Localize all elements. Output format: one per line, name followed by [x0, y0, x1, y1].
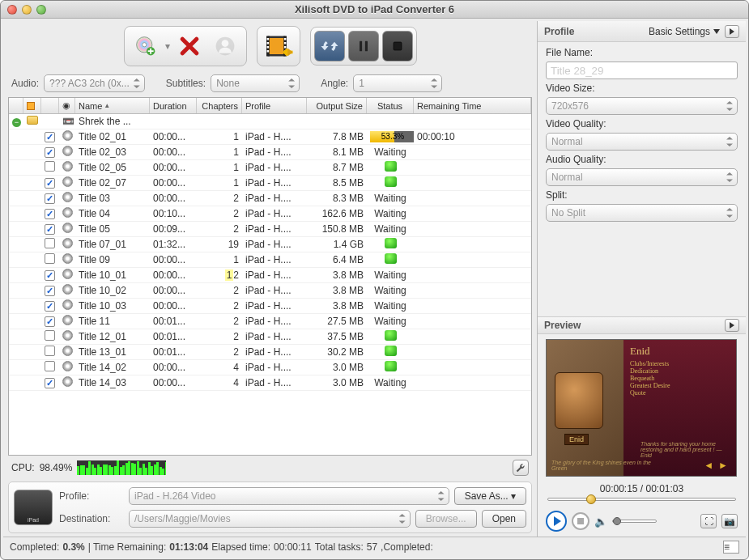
row-checkbox[interactable] — [45, 147, 55, 158]
svg-rect-10 — [266, 42, 269, 45]
audio-quality-select[interactable]: Normal — [546, 168, 738, 186]
titlebar: Xilisoft DVD to iPad Converter 6 — [1, 1, 748, 19]
table-row[interactable]: Title 14_03 00:00... 4 iPad - H.... 3.0 … — [9, 375, 531, 391]
table-row[interactable]: Title 05 00:09... 2 iPad - H.... 150.8 M… — [9, 222, 531, 237]
profile-panel-title: Profile — [544, 26, 574, 37]
table-row[interactable]: Title 07_01 01:32... 19 iPad - H.... 1.4… — [9, 237, 531, 252]
row-checkbox[interactable] — [45, 253, 55, 264]
row-checkbox[interactable] — [45, 330, 55, 341]
table-row[interactable]: Title 02_01 00:00... 1 iPad - H.... 7.8 … — [9, 129, 531, 145]
table-row[interactable]: Title 03 00:00... 2 iPad - H.... 8.3 MB … — [9, 191, 531, 206]
add-disc-button[interactable] — [130, 30, 162, 62]
col-duration[interactable]: Duration — [150, 98, 197, 113]
row-checkbox[interactable] — [45, 224, 55, 235]
window-title: Xilisoft DVD to iPad Converter 6 — [1, 3, 748, 15]
file-name-input[interactable] — [546, 62, 738, 79]
cpu-graph — [77, 460, 166, 475]
cpu-label: CPU: — [11, 462, 35, 473]
disc-icon — [62, 192, 73, 202]
snapshot-button[interactable]: 📷 — [721, 514, 738, 528]
basic-settings-toggle[interactable]: Basic Settings — [649, 26, 720, 37]
col-remaining[interactable]: Remaining Time — [414, 98, 531, 113]
table-row[interactable]: Title 10_01 00:00... 12 iPad - H.... 3.8… — [9, 268, 531, 283]
row-checkbox[interactable] — [45, 193, 55, 204]
settings-button[interactable] — [513, 460, 529, 476]
video-quality-select[interactable]: Normal — [546, 133, 738, 151]
disc-icon — [62, 269, 73, 279]
col-name[interactable]: Name ▲ — [75, 98, 150, 113]
file-table: ◉ Name ▲ Duration Chapters Profile Outpu… — [8, 97, 532, 456]
table-row[interactable]: Title 10_02 00:00... 2 iPad - H.... 3.8 … — [9, 283, 531, 299]
preview-seek-slider[interactable] — [538, 496, 746, 506]
table-group-row[interactable]: −📼Shrek the ... — [9, 114, 531, 129]
table-row[interactable]: Title 13_01 00:01... 2 iPad - H.... 30.2… — [9, 345, 531, 360]
col-status[interactable]: Status — [367, 98, 414, 113]
table-row[interactable]: Title 12_01 00:01... 2 iPad - H.... 37.5… — [9, 329, 531, 345]
table-row[interactable]: Title 04 00:10... 2 iPad - H.... 162.6 M… — [9, 206, 531, 222]
profile-select[interactable]: iPad - H.264 Video — [129, 487, 449, 505]
row-checkbox[interactable] — [45, 209, 55, 219]
row-checkbox[interactable] — [45, 238, 55, 248]
col-output-size[interactable]: Output Size — [307, 98, 367, 113]
angle-label: Angle: — [321, 78, 348, 89]
save-as-button[interactable]: Save As... ▾ — [454, 487, 526, 505]
clip-button[interactable] — [262, 30, 295, 62]
table-row[interactable]: Title 10_03 00:00... 2 iPad - H.... 3.8 … — [9, 299, 531, 314]
stop-button[interactable] — [382, 31, 413, 62]
table-row[interactable]: Title 02_07 00:00... 1 iPad - H.... 8.5 … — [9, 176, 531, 191]
preview-caption: The glory of the King shines even in the… — [551, 460, 655, 471]
preview-video[interactable]: Enid Enid Clubs/InterestsDedicationBeque… — [546, 339, 737, 477]
log-button[interactable]: ≡ — [723, 541, 739, 554]
preview-expand-button[interactable] — [725, 319, 739, 332]
preview-stop-button[interactable] — [572, 512, 589, 530]
row-checkbox[interactable] — [45, 346, 55, 356]
convert-button[interactable] — [314, 31, 345, 62]
table-row[interactable]: Title 02_05 00:00... 1 iPad - H.... 8.7 … — [9, 160, 531, 176]
open-button[interactable]: Open — [482, 510, 526, 528]
row-checkbox[interactable] — [45, 361, 55, 371]
svg-rect-6 — [268, 38, 284, 54]
browse-button[interactable]: Browse... — [415, 510, 477, 528]
col-profile[interactable]: Profile — [242, 98, 307, 113]
row-checkbox[interactable] — [45, 378, 55, 388]
cpu-value: 98.49% — [40, 462, 73, 473]
row-checkbox[interactable] — [45, 270, 55, 281]
profile-label: Profile: — [59, 490, 124, 502]
split-select[interactable]: No Split — [546, 204, 738, 222]
subtitles-select[interactable]: None — [211, 74, 300, 92]
video-size-select[interactable]: 720x576 — [546, 97, 738, 115]
row-checkbox[interactable] — [45, 178, 55, 189]
table-row[interactable]: Title 02_03 00:00... 1 iPad - H.... 8.1 … — [9, 145, 531, 160]
video-quality-label: Video Quality: — [546, 118, 738, 129]
profile-dest-panel: iPad Profile: iPad - H.264 Video Save As… — [8, 482, 532, 533]
fullscreen-button[interactable]: ⛶ — [700, 514, 717, 528]
profile-expand-button[interactable] — [725, 25, 739, 38]
destination-select[interactable]: /Users/Maggie/Movies — [129, 510, 411, 528]
row-checkbox[interactable] — [45, 286, 55, 296]
disc-icon — [62, 146, 73, 156]
volume-slider[interactable] — [612, 520, 657, 523]
row-checkbox[interactable] — [45, 301, 55, 312]
row-checkbox[interactable] — [45, 132, 55, 142]
svg-rect-20 — [394, 42, 402, 50]
disc-icon — [62, 207, 73, 218]
disc-icon — [62, 315, 73, 325]
user-button-disabled — [209, 30, 241, 62]
svg-rect-15 — [283, 46, 286, 49]
col-chapters[interactable]: Chapters — [197, 98, 242, 113]
disc-icon — [62, 361, 73, 371]
pause-button[interactable] — [348, 31, 379, 62]
disc-icon — [62, 161, 73, 172]
audio-select[interactable]: ??? AC3 2ch (0x... — [44, 74, 145, 92]
preview-time: 00:00:15 / 00:01:03 — [538, 482, 746, 496]
angle-select[interactable]: 1 — [353, 74, 442, 92]
row-checkbox[interactable] — [45, 316, 55, 327]
row-checkbox[interactable] — [45, 161, 55, 172]
preview-play-button[interactable] — [546, 511, 567, 532]
table-row[interactable]: Title 14_02 00:00... 4 iPad - H.... 3.0 … — [9, 360, 531, 375]
delete-button[interactable] — [173, 30, 206, 62]
table-row[interactable]: Title 11 00:01... 2 iPad - H.... 27.5 MB… — [9, 314, 531, 329]
disc-icon — [62, 376, 73, 387]
svg-marker-17 — [287, 49, 292, 57]
table-row[interactable]: Title 09 00:00... 1 iPad - H.... 6.4 MB — [9, 252, 531, 268]
